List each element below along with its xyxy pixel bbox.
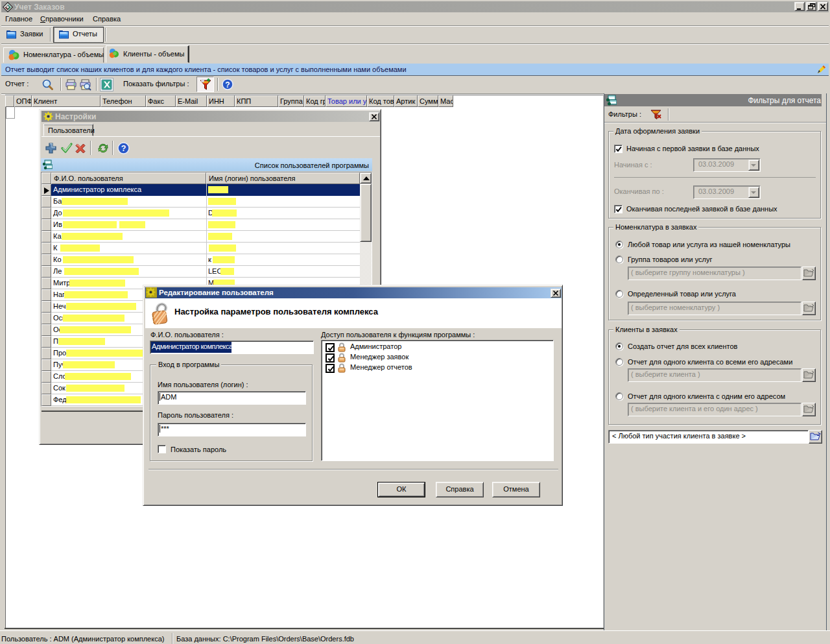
svg-text:?: ? — [121, 144, 126, 153]
svg-text:?: ? — [225, 80, 230, 89]
